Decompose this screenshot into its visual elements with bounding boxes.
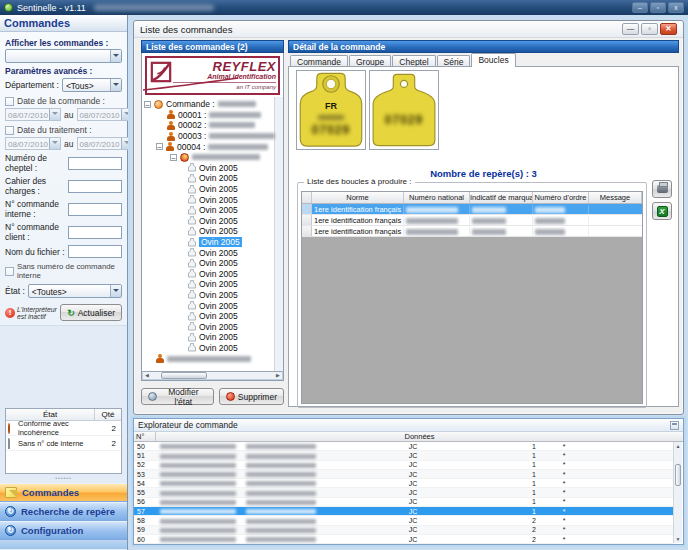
date-traitement-to[interactable]: 08/07/2010 xyxy=(77,137,133,150)
scrollbar-thumb[interactable] xyxy=(675,464,681,486)
scroll-up-icon[interactable]: ▲ xyxy=(674,442,682,450)
window-close-button[interactable]: ✕ xyxy=(660,23,677,35)
filter-field-input[interactable] xyxy=(68,203,122,216)
state-table-row[interactable]: Sans n° cde interne2 xyxy=(6,436,121,451)
blurred-text xyxy=(246,444,316,449)
cell-value: 1 xyxy=(514,508,554,515)
explorer-row[interactable]: 51JC1* xyxy=(134,451,673,460)
tree-item-ovin[interactable]: Ovin 2005 xyxy=(144,184,283,195)
explorer-row[interactable]: 59JC2* xyxy=(134,526,673,535)
scrollbar-thumb[interactable] xyxy=(161,372,207,379)
tree-expander-icon[interactable]: – xyxy=(170,154,177,161)
date-commande-from[interactable]: 08/07/2010 xyxy=(5,108,61,121)
explorer-row[interactable]: 55JC1* xyxy=(134,488,673,497)
filter-field-label: Nom du fichier : xyxy=(5,247,68,257)
tree-item-ovin[interactable]: Ovin 2005 xyxy=(144,269,283,280)
sans-numero-checkbox[interactable] xyxy=(5,267,14,276)
blurred-text xyxy=(246,481,316,486)
date-commande-checkbox[interactable] xyxy=(5,97,14,106)
ovin-label: Ovin 2005 xyxy=(199,343,238,353)
tree-expander-icon[interactable]: – xyxy=(144,101,151,108)
tree-item-ovin[interactable]: Ovin 2005 xyxy=(144,258,283,269)
tree-item-customer[interactable]: 00002 : xyxy=(144,120,283,131)
tree-item-ovin[interactable]: Ovin 2005 xyxy=(144,290,283,301)
error-icon: ! xyxy=(5,308,15,318)
blurred-text xyxy=(246,472,316,477)
app-close-button[interactable]: x xyxy=(668,2,684,13)
tree-item-group[interactable]: – xyxy=(144,152,283,163)
app-minimize-button[interactable]: – xyxy=(632,2,648,13)
filter-field-input[interactable] xyxy=(68,180,122,193)
app-maximize-button[interactable]: ▫ xyxy=(650,2,666,13)
etat-select[interactable]: <Toutes> xyxy=(28,284,122,298)
window-restore-button[interactable]: ▫ xyxy=(641,23,658,35)
panel-toggle-button[interactable] xyxy=(670,421,679,430)
tree-vertical-scrollbar[interactable] xyxy=(274,97,283,371)
explorer-row[interactable]: 58JC2* xyxy=(134,516,673,525)
filter-field-input[interactable] xyxy=(68,157,122,170)
tree-horizontal-scrollbar[interactable]: ◀ ▶ xyxy=(142,371,283,380)
tree-item-customer[interactable] xyxy=(144,353,283,364)
tree-item-ovin[interactable]: Ovin 2005 xyxy=(144,332,283,343)
sidebar-item-configuration[interactable]: ↻Configuration xyxy=(0,521,127,540)
modify-state-button[interactable]: Modifier l'état xyxy=(141,388,214,405)
tree-expander-icon[interactable]: – xyxy=(156,143,163,150)
explorer-row[interactable]: 57JC1* xyxy=(134,507,673,516)
table-row[interactable]: 1ere identification français 2005 xyxy=(302,226,642,237)
tree-item-customer[interactable]: 00001 : xyxy=(144,110,283,121)
departement-select[interactable]: <Tous> xyxy=(62,78,122,92)
explorer-row[interactable]: 53JC1* xyxy=(134,470,673,479)
tree-item-ovin[interactable]: Ovin 2005 xyxy=(144,300,283,311)
blurred-text xyxy=(246,519,316,524)
splitter-handle[interactable]: •••••• xyxy=(0,476,127,482)
sidebar-item-recherche-de-rep-re[interactable]: ↻Recherche de repère xyxy=(0,502,127,521)
tree-item-ovin[interactable]: Ovin 2005 xyxy=(144,173,283,184)
export-excel-button[interactable]: X xyxy=(652,202,672,220)
tree-item-ovin[interactable]: Ovin 2005 xyxy=(144,205,283,216)
print-button[interactable] xyxy=(652,180,672,198)
scroll-left-icon[interactable]: ◀ xyxy=(143,372,151,379)
tree-item-customer[interactable]: –00004 : xyxy=(144,141,283,152)
tree-item-ovin[interactable]: Ovin 2005 xyxy=(144,237,283,248)
tree-item-ovin[interactable]: Ovin 2005 xyxy=(144,247,283,258)
table-row[interactable]: 1ere identification français 2005 xyxy=(302,204,642,215)
explorer-row[interactable]: 54JC1* xyxy=(134,479,673,488)
tree-item-ovin[interactable]: Ovin 2005 xyxy=(144,226,283,237)
tree-item-ovin[interactable]: Ovin 2005 xyxy=(144,321,283,332)
scroll-down-icon[interactable]: ▼ xyxy=(674,535,682,543)
explorer-row[interactable]: 56JC1* xyxy=(134,498,673,507)
scroll-right-icon[interactable]: ▶ xyxy=(274,372,282,379)
explorer-vertical-scrollbar[interactable]: ▲ ▼ xyxy=(673,442,682,543)
explorer-col-donnees: Données xyxy=(156,432,683,441)
tree-item-customer[interactable]: 00003 : xyxy=(144,131,283,142)
tree-item-ovin[interactable]: Ovin 2005 xyxy=(144,216,283,227)
tree-item-ovin[interactable]: Ovin 2005 xyxy=(144,311,283,322)
commands-window-titlebar[interactable]: Liste des commandes — ▫ ✕ xyxy=(134,21,683,38)
state-table-row[interactable]: Conforme avec incohérence2 xyxy=(6,421,121,436)
tree-item-ovin[interactable]: Ovin 2005 xyxy=(144,194,283,205)
window-minimize-button[interactable]: — xyxy=(622,23,639,35)
blurred-text xyxy=(246,454,316,459)
sidebar-item-commandes[interactable]: Commandes xyxy=(0,483,127,502)
main-area: Liste des commandes — ▫ ✕ Liste des comm… xyxy=(128,15,688,550)
tab-boucles[interactable]: Boucles xyxy=(471,53,515,67)
ovin-label: Ovin 2005 xyxy=(199,205,238,215)
show-commands-select[interactable] xyxy=(5,49,122,63)
actualiser-button[interactable]: ↻ Actualiser xyxy=(60,304,122,321)
delete-button[interactable]: Supprimer xyxy=(219,388,284,405)
explorer-row[interactable]: 60JC2* xyxy=(134,535,673,544)
date-traitement-checkbox[interactable] xyxy=(5,126,14,135)
blurred-text xyxy=(209,112,261,118)
explorer-row[interactable]: 52JC1* xyxy=(134,461,673,470)
tree-item-ovin[interactable]: Ovin 2005 xyxy=(144,343,283,354)
filter-field-input[interactable] xyxy=(68,245,122,258)
filter-field-input[interactable] xyxy=(68,226,122,239)
tree-root[interactable]: –Commande : xyxy=(144,99,283,110)
table-row[interactable]: 1ere identification français 2005 xyxy=(302,215,642,226)
tree-item-ovin[interactable]: Ovin 2005 xyxy=(144,279,283,290)
tree-item-ovin[interactable]: Ovin 2005 xyxy=(144,163,283,174)
explorer-row[interactable]: 50JC1* xyxy=(134,442,673,451)
date-commande-to[interactable]: 08/07/2010 xyxy=(77,108,133,121)
date-traitement-from[interactable]: 08/07/2010 xyxy=(5,137,61,150)
column-header: Numéro national xyxy=(404,192,470,203)
